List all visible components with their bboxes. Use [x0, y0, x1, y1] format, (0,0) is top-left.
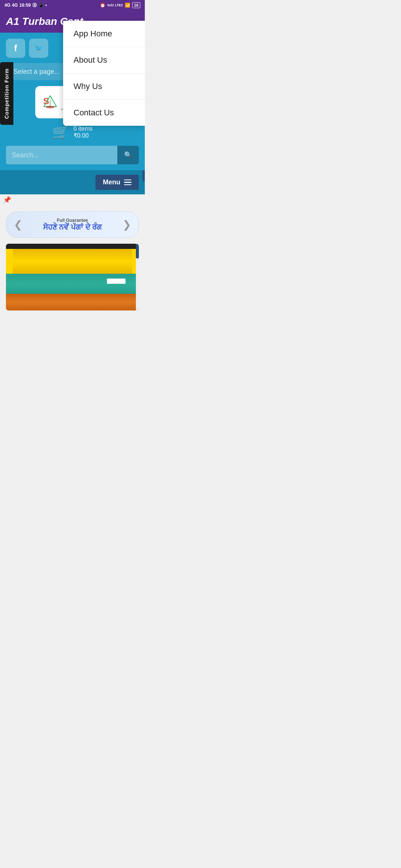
- dropdown-menu: App Home About Us Why Us Contact Us: [63, 21, 145, 126]
- menu-item-app-home[interactable]: App Home: [63, 21, 145, 47]
- fabric-gradient: [6, 244, 139, 310]
- facebook-button[interactable]: f: [6, 39, 25, 58]
- pin-area: 📌: [0, 194, 145, 206]
- cart-icon[interactable]: 🛒: [52, 124, 69, 140]
- logo-svg: S: [43, 91, 58, 112]
- guarantee-banner: ❮ Full Guarantee ਸੋਹਣੇ ਨਵੇਂ ਪੱਗਾਂ ਦੇ ਰੰਗ…: [6, 211, 139, 238]
- dot-icon: •: [45, 3, 47, 8]
- search-input[interactable]: [6, 146, 117, 164]
- scrollbar-thumb[interactable]: [136, 244, 139, 259]
- banner-next-button[interactable]: ❯: [123, 218, 131, 231]
- orange-fabric: [6, 294, 139, 310]
- right-scrollbar: [136, 244, 139, 310]
- whatsapp-icon: 📱: [38, 3, 44, 8]
- facebook-icon: f: [14, 43, 17, 53]
- network-2-label: 4G: [12, 3, 18, 8]
- menu-item-contact-us[interactable]: Contact Us: [63, 100, 145, 126]
- cart-price: ₹0.00: [74, 132, 93, 139]
- guarantee-label: Full Guarantee: [43, 218, 102, 223]
- twitter-button[interactable]: 🐦: [29, 39, 48, 58]
- hamburger-line-3: [124, 184, 131, 185]
- b-icon: Ⓑ: [32, 2, 37, 9]
- product-image-area: [6, 244, 139, 310]
- scroll-indicator: [143, 170, 145, 181]
- fabric-label: [107, 279, 125, 284]
- punjabi-banner-text: ਸੋਹਣੇ ਨਵੇਂ ਪੱਗਾਂ ਦੇ ਰੰਗ: [43, 223, 102, 231]
- status-right: ⏰ Vol1 LTE2 📶 16: [100, 2, 140, 8]
- menu-item-why-us[interactable]: Why Us: [63, 73, 145, 100]
- competition-form-tab[interactable]: Competition Form: [0, 62, 13, 125]
- svg-point-3: [46, 106, 55, 108]
- yellow-fabric: [13, 249, 132, 274]
- cart-row: 🛒 0 items ₹0.00: [6, 124, 139, 140]
- content-area: ❮ Full Guarantee ਸੋਹਣੇ ਨਵੇਂ ਪੱਗਾਂ ਦੇ ਰੰਗ…: [0, 206, 145, 316]
- fabric-image: [6, 244, 139, 310]
- network-1-label: 4G: [4, 3, 10, 8]
- banner-prev-button[interactable]: ❮: [14, 218, 22, 231]
- cart-items-count: 0 items: [74, 125, 93, 132]
- menu-button[interactable]: Menu: [95, 175, 139, 190]
- hamburger-line-2: [124, 182, 131, 183]
- time-label: 16:59: [19, 3, 31, 8]
- teal-fabric: [6, 274, 139, 294]
- alarm-icon: ⏰: [100, 3, 105, 8]
- menu-bar: Menu: [0, 170, 145, 194]
- wifi-icon: 📶: [125, 3, 130, 8]
- search-icon: 🔍: [124, 151, 132, 159]
- search-button[interactable]: 🔍: [117, 146, 139, 164]
- banner-center: Full Guarantee ਸੋਹਣੇ ਨਵੇਂ ਪੱਗਾਂ ਦੇ ਰੰਗ: [43, 218, 102, 231]
- menu-label: Menu: [103, 178, 120, 186]
- pin-icon: 📌: [3, 196, 11, 204]
- status-left: 4G 4G 16:59 Ⓑ 📱 •: [4, 2, 47, 9]
- menu-item-about-us[interactable]: About Us: [63, 47, 145, 73]
- battery-label: 16: [132, 2, 140, 8]
- hamburger-line-1: [124, 180, 131, 181]
- lte-icon: Vol1 LTE2: [107, 3, 123, 7]
- status-bar: 4G 4G 16:59 Ⓑ 📱 • ⏰ Vol1 LTE2 📶 16: [0, 0, 145, 10]
- search-row: 🔍: [6, 146, 139, 164]
- svg-text:S: S: [43, 96, 49, 106]
- twitter-icon: 🐦: [35, 44, 43, 52]
- cart-info-block: 0 items ₹0.00: [74, 125, 93, 139]
- hamburger-icon: [124, 180, 131, 185]
